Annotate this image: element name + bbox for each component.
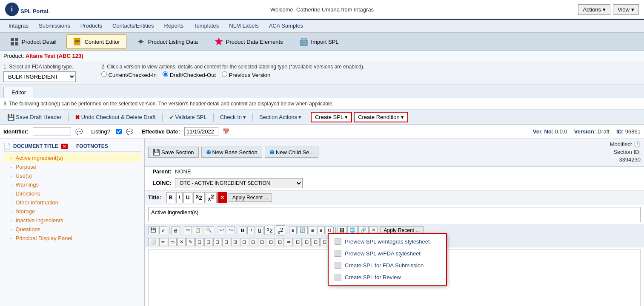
ed2-table-btn[interactable]: ⊞ bbox=[231, 238, 239, 246]
section-storage[interactable]: ·· Storage bbox=[3, 207, 141, 216]
section-questions[interactable]: ·· Questions bbox=[3, 225, 141, 234]
product-name[interactable]: Altaire Test (ABC 123) bbox=[26, 53, 83, 59]
ed2-col-btn4[interactable]: ⊟ bbox=[222, 238, 230, 246]
section-link-8[interactable]: Questions bbox=[16, 226, 41, 232]
ed-sup-btn[interactable]: x2 bbox=[276, 225, 286, 236]
ed2-col-btn2[interactable]: ⊟ bbox=[204, 238, 212, 246]
new-child-section-button[interactable]: ⊕ New Child Se... bbox=[265, 147, 319, 158]
tab-product-detail[interactable]: Product Detail bbox=[3, 34, 63, 49]
section-link-1[interactable]: Purpose bbox=[16, 164, 36, 170]
ed-copy-btn[interactable]: 📋 bbox=[193, 226, 203, 234]
section-link-2[interactable]: Use(s) bbox=[16, 173, 32, 179]
ed2-merge-btn1[interactable]: ⊟ bbox=[294, 238, 302, 246]
document-title-link[interactable]: DOCUMENT TITLE bbox=[13, 143, 58, 149]
section-uses[interactable]: ·· Use(s) bbox=[3, 171, 141, 180]
calendar-icon[interactable]: 📅 bbox=[223, 128, 229, 135]
editor-tab[interactable]: Editor bbox=[3, 87, 34, 98]
title-sub-button[interactable]: X2 bbox=[193, 192, 205, 203]
ed-bold-btn[interactable]: B bbox=[239, 227, 246, 234]
doc-title-delete[interactable]: ✕ bbox=[61, 144, 68, 149]
view-button[interactable]: View ▾ bbox=[613, 4, 639, 15]
chat-icon-1[interactable]: 💬 bbox=[75, 128, 83, 135]
ed2-row-btn1[interactable]: ⊟ bbox=[240, 238, 248, 246]
ed2-x-btn[interactable]: ✕ bbox=[177, 238, 186, 246]
nav-templates[interactable]: Templates bbox=[189, 20, 224, 32]
ed-italic-btn[interactable]: I bbox=[247, 227, 255, 234]
nav-products[interactable]: Products bbox=[75, 20, 107, 32]
radio-draft[interactable]: Draft/Checked-Out bbox=[163, 71, 216, 78]
title-italic-button[interactable]: I bbox=[176, 192, 183, 203]
nav-nlm[interactable]: NLM Labels bbox=[224, 20, 263, 32]
section-warnings[interactable]: ·· Warnings bbox=[3, 180, 141, 189]
tab-import-spl[interactable]: Import SPL bbox=[293, 34, 345, 49]
ed2-pencil-btn[interactable]: ✎ bbox=[186, 238, 195, 246]
ed2-merge-btn2[interactable]: ⊟ bbox=[303, 238, 311, 246]
title-sup-button[interactable]: x2 bbox=[206, 192, 217, 203]
ed-save-btn[interactable]: 💾 bbox=[148, 226, 158, 234]
ed-loop-btn[interactable]: 🔃 bbox=[298, 226, 308, 234]
ed-sub-btn[interactable]: X2 bbox=[264, 226, 275, 235]
save-section-button[interactable]: 💾 Save Section bbox=[148, 147, 199, 158]
nav-reports[interactable]: Reports bbox=[159, 20, 189, 32]
ed-align-right-btn[interactable]: ≡ bbox=[317, 227, 325, 234]
ed-arrow-btn[interactable]: ↙ bbox=[159, 226, 167, 234]
ed2-rect-btn[interactable]: ▭ bbox=[168, 238, 177, 246]
ed2-edit-btn[interactable]: ✏ bbox=[159, 238, 167, 246]
title-input-area[interactable]: Active ingredient(s) bbox=[148, 207, 641, 222]
ed-cut-btn[interactable]: ✂ bbox=[184, 226, 192, 234]
dropdown-preview-fda[interactable]: Preview SPL w/FDA stylesheet bbox=[329, 247, 446, 259]
ed2-col-btn3[interactable]: ⊟ bbox=[213, 238, 221, 246]
section-directions[interactable]: ·· Directions bbox=[3, 189, 141, 198]
ed-align-left-btn[interactable]: ≡ bbox=[309, 227, 316, 234]
ed2-row-btn4[interactable]: ⊟ bbox=[267, 238, 275, 246]
loinc-select[interactable]: OTC - ACTIVE INGREDIENT SECTION bbox=[175, 178, 303, 188]
identifier-input[interactable] bbox=[33, 127, 71, 136]
footnotes-link[interactable]: FOOTNOTES bbox=[76, 143, 108, 149]
create-spl-button[interactable]: Create SPL ▾ bbox=[311, 112, 352, 122]
ed-redo-btn[interactable]: ↪ bbox=[227, 226, 235, 234]
nav-contacts[interactable]: Contacts/Entities bbox=[107, 20, 159, 32]
ed2-square-btn[interactable]: ⬜ bbox=[148, 238, 158, 246]
section-actions-button[interactable]: Section Actions ▾ bbox=[255, 112, 305, 122]
listing-checkbox[interactable] bbox=[116, 129, 122, 134]
validate-button[interactable]: ✔ Validate SPL bbox=[165, 112, 211, 122]
section-link-6[interactable]: Storage bbox=[16, 208, 35, 215]
fda-type-select[interactable]: BULK INGREDIENT OTC Prescription Homeopa… bbox=[3, 71, 76, 82]
dropdown-preview-intagras[interactable]: Preview SPL w/Intagras stylesheet bbox=[329, 235, 446, 247]
ed-find-btn[interactable]: 🔍 bbox=[204, 226, 214, 234]
chat-icon-2[interactable]: 💬 bbox=[126, 128, 133, 135]
ed2-row-btn2[interactable]: ⊟ bbox=[249, 238, 257, 246]
ed2-merge-btn3[interactable]: ⊟ bbox=[312, 238, 320, 246]
dropdown-create-review[interactable]: Create SPL for Review bbox=[329, 271, 446, 283]
ed-undo-btn[interactable]: ↩ bbox=[218, 226, 226, 234]
ed2-row-btn5[interactable]: ⊟ bbox=[276, 238, 284, 246]
nav-intagras[interactable]: Intagras bbox=[3, 20, 34, 32]
nav-aca[interactable]: ACA Samples bbox=[264, 20, 308, 32]
section-link-5[interactable]: Other information bbox=[16, 199, 58, 206]
tab-content-editor[interactable]: Content Editor bbox=[66, 34, 126, 49]
radio-previous[interactable]: Previous Version bbox=[222, 71, 270, 78]
section-link-7[interactable]: Inactive ingredients bbox=[16, 217, 63, 224]
section-link-3[interactable]: Warnings bbox=[16, 181, 39, 188]
effective-date-input[interactable] bbox=[184, 127, 218, 136]
section-active-ingredients[interactable]: ·· Active ingredient(s) bbox=[3, 153, 141, 162]
section-other-info[interactable]: ·· Other information bbox=[3, 198, 141, 207]
section-principal-display[interactable]: ·· Principal Display Panel bbox=[3, 234, 141, 243]
ed-underline-btn[interactable]: U bbox=[256, 227, 263, 234]
ed2-row-btn3[interactable]: ⊟ bbox=[258, 238, 266, 246]
ed-list-btn[interactable]: ≡ bbox=[289, 227, 297, 234]
section-link-4[interactable]: Directions bbox=[16, 190, 40, 197]
dropdown-create-fda-submission[interactable]: Create SPL for FDA Submission bbox=[329, 259, 446, 271]
title-apply-recent-button[interactable]: Apply Recent ... bbox=[229, 193, 272, 202]
title-clear-button[interactable]: ✕ bbox=[218, 192, 227, 203]
title-underline-button[interactable]: U bbox=[183, 192, 192, 203]
ed2-col-btn1[interactable]: ⊟ bbox=[195, 238, 203, 246]
section-link-0[interactable]: Active ingredient(s) bbox=[16, 155, 63, 161]
undo-checkout-button[interactable]: ✖ Undo Checkout & Delete Draft bbox=[71, 112, 160, 122]
save-draft-button[interactable]: 💾 Save Draft Header bbox=[3, 112, 66, 122]
ed-print-btn[interactable]: 🖨 bbox=[171, 227, 180, 234]
section-link-9[interactable]: Principal Display Panel bbox=[16, 235, 72, 241]
ed2-arrows-btn[interactable]: ⇔ bbox=[285, 238, 293, 246]
title-bold-button[interactable]: B bbox=[166, 192, 175, 203]
section-purpose[interactable]: ·· Purpose bbox=[3, 162, 141, 171]
